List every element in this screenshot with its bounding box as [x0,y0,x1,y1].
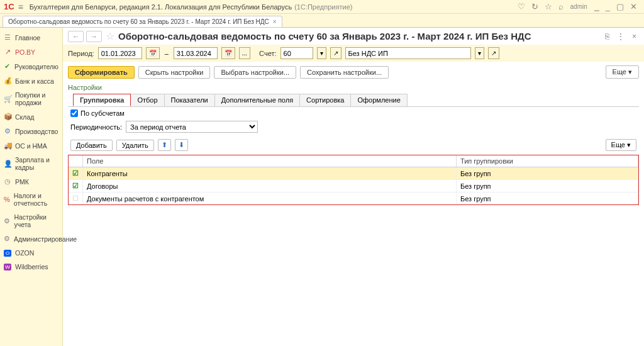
sidebar-label: Зарплата и кадры [15,156,58,171]
row-type: Без групп [456,167,638,180]
sidebar-icon: ⚙ [4,127,11,135]
account-input[interactable] [280,47,313,59]
maximize-icon[interactable]: ▢ [616,2,624,11]
bell-icon[interactable]: ♡ [518,2,525,11]
calendar-to-icon[interactable]: 📅 [221,47,235,59]
minimize-icon[interactable]: _ [606,2,610,11]
sidebar-label: Wildberries [15,263,48,271]
move-up-button[interactable]: ⬆ [158,139,171,151]
menu-icon[interactable]: ≡ [18,2,23,12]
document-tab[interactable]: Оборотно-сальдовая ведомость по счету 60… [3,16,282,27]
sidebar-icon: ⚙ [4,217,10,225]
grid-more-button[interactable]: Еще ▾ [606,139,636,151]
calendar-from-icon[interactable]: 📅 [146,47,160,59]
subaccounts-checkbox[interactable] [70,109,78,117]
settings-tab[interactable]: Дополнительные поля [214,94,300,106]
hide-settings-button[interactable]: Скрыть настройки [138,66,211,79]
table-row[interactable]: ☑ДоговорыБез групп [69,180,638,193]
delete-row-button[interactable]: Удалить [116,140,154,151]
row-checkbox[interactable]: ☐ [72,194,79,202]
sidebar-item[interactable]: ↗PO.BY [0,45,62,59]
more-icon[interactable]: ⋮ [617,32,625,41]
sidebar-icon: % [4,196,10,203]
sidebar-item[interactable]: 👤Зарплата и кадры [0,153,62,174]
row-field: Документы расчетов с контрагентом [83,193,457,205]
row-type: Без групп [456,180,638,193]
parameters-bar: Период: 📅 – 📅 ... Счет: ▾ ↗ ▾ ↗ [63,45,644,62]
sidebar-item[interactable]: ✔Руководителю [0,59,62,74]
periodicity-row: Периодичность: За период отчета [63,120,644,137]
sidebar-item[interactable]: 💰Банк и касса [0,74,62,88]
row-checkbox[interactable]: ☑ [72,169,79,177]
period-to-input[interactable] [174,47,218,59]
star-icon[interactable]: ☆ [545,2,552,11]
sidebar-item[interactable]: ⚙Настройки учета [0,210,62,232]
choose-settings-button[interactable]: Выбрать настройки... [214,66,296,79]
sidebar-label: Руководителю [14,63,58,70]
forward-button[interactable]: → [86,31,102,42]
actions-bar: Сформировать Скрыть настройки Выбрать на… [63,62,644,82]
sidebar-label: РМК [15,178,29,186]
sidebar-item[interactable]: ☰Главное [0,30,62,45]
sidebar-item[interactable]: ◷РМК [0,174,62,189]
back-button[interactable]: ← [68,31,84,42]
sidebar-item[interactable]: 🚚ОС и НМА [0,138,62,153]
period-from-input[interactable] [98,47,142,59]
sidebar-item[interactable]: 📦Склад [0,109,62,124]
sidebar-label: Покупки и продажи [15,91,58,106]
more-actions-button[interactable]: Еще ▾ [606,65,639,79]
row-field: Договоры [83,180,457,193]
sidebar-icon: ◷ [4,177,11,186]
settings-tab[interactable]: Показатели [164,94,215,106]
org-input[interactable] [345,47,471,59]
save-settings-button[interactable]: Сохранить настройки... [300,66,389,79]
settings-tab[interactable]: Отбор [130,94,164,106]
period-select-button[interactable]: ... [239,47,250,59]
close-page-icon[interactable]: × [632,32,636,41]
favorite-icon[interactable]: ☆ [106,30,114,42]
titlebar: 1C ≡ Бухгалтерия для Беларуси, редакция … [0,0,644,14]
user-label: admin [570,3,587,10]
document-tabs: Оборотно-сальдовая ведомость по счету 60… [0,14,644,28]
table-row[interactable]: ☑КонтрагентыБез групп [69,167,638,180]
sidebar-item[interactable]: ⚙Администрирование [0,232,62,246]
link-icon[interactable]: ⎘ [605,32,609,41]
sidebar-icon: W [4,264,11,271]
periodicity-select[interactable]: За период отчета [126,121,258,133]
settings-tab[interactable]: Группировка [73,94,131,106]
add-row-button[interactable]: Добавить [70,140,113,151]
settings-icon[interactable]: ⎯ [594,2,599,11]
run-button[interactable]: Сформировать [68,66,135,79]
close-tab-icon[interactable]: × [273,18,277,25]
sidebar-item[interactable]: ⚙Производство [0,124,62,138]
sidebar-icon: ☰ [4,33,11,42]
sidebar-label: Производство [15,128,58,135]
col-field: Поле [83,155,457,167]
account-open-icon[interactable]: ↗ [330,47,341,59]
settings-tab[interactable]: Сортировка [299,94,351,106]
col-type: Тип группировки [456,155,638,167]
account-dropdown-icon[interactable]: ▾ [317,47,326,59]
page-title: Оборотно-сальдовая ведомость по счету 60… [118,31,531,42]
periodicity-label: Периодичность: [70,123,122,131]
sidebar-label: Настройки учета [14,213,58,228]
sidebar-item[interactable]: 🛒Покупки и продажи [0,88,62,109]
org-dropdown-icon[interactable]: ▾ [475,47,484,59]
table-row[interactable]: ☐Документы расчетов с контрагентомБез гр… [69,193,638,205]
sidebar-item[interactable]: %Налоги и отчетность [0,189,62,210]
org-open-icon[interactable]: ↗ [488,47,499,59]
sidebar-item[interactable]: WWildberries [0,260,62,274]
sidebar-icon: 💰 [4,77,11,85]
move-down-button[interactable]: ⬇ [175,139,188,151]
app-subtitle: (1С:Предприятие) [294,3,352,11]
sidebar-label: OZON [15,249,34,257]
grid-toolbar: Добавить Удалить ⬆ ⬇ Еще ▾ [63,137,644,153]
sidebar-item[interactable]: OOZON [0,246,62,260]
settings-tab[interactable]: Оформление [350,94,407,106]
row-checkbox[interactable]: ☑ [72,182,79,189]
period-label: Период: [68,50,94,57]
close-icon[interactable]: ✕ [630,2,637,11]
search-icon[interactable]: ⌕ [558,2,564,11]
history-icon[interactable]: ↻ [531,2,538,11]
sidebar-label: Налоги и отчетность [14,192,58,207]
